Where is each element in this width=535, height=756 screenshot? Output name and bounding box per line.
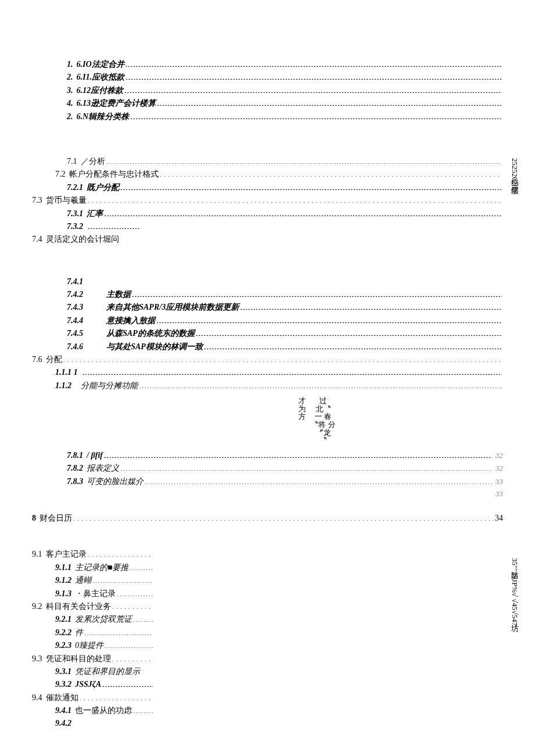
toc-entry: 7.8.2报表定义32 [32, 462, 503, 475]
leader-dots [133, 614, 153, 622]
toc-num: 7.8.3 [67, 475, 83, 488]
trailing-pagenum: 33 [32, 488, 503, 500]
toc-num: 2. [67, 71, 73, 84]
toc-entry: 7.4.4意接擒入敖据 [32, 314, 503, 327]
leader-dots [126, 59, 502, 67]
toc-entry-1.1.1: 1.1.1 1 [32, 366, 503, 379]
toc-label: JSSJζA [75, 678, 101, 691]
toc-entry-7.6: 7.6分配 [32, 353, 503, 366]
toc-entry: 4.6.13逊定费产会计楼算 [32, 97, 503, 110]
toc-label: 客户主记录 [46, 548, 87, 561]
toc-entry: 2.6.N辑辣分类株 [32, 110, 503, 123]
toc-section-7b: 7.4.17.4.2主数据7.4.3来自其他SAPR/3应用模块前数据更新7.4… [32, 275, 503, 353]
leader-dots [133, 705, 153, 713]
leader-dots [104, 208, 502, 216]
toc-label: 灵活定义的会计堀问 [46, 233, 119, 246]
toc-label: 主数据 [106, 288, 131, 301]
glyph-col-left: 才为方 [298, 397, 306, 445]
leader-dots [112, 601, 154, 609]
toc-num: 4. [67, 97, 73, 110]
toc-section-6: 1.6.IO法定合并2.6.I1.应收抵款3.6.12应付株款4.6.13逊定费… [32, 58, 503, 123]
toc-entry: 9.2.2 件 [32, 626, 154, 639]
leader-dots [104, 450, 492, 458]
toc-num: 9.4.1 [55, 704, 72, 717]
toc-entry: 7.2.1既户分配 [32, 181, 503, 194]
toc-entry: 7.4.1 [32, 275, 503, 288]
leader-dots [117, 588, 153, 596]
leader-dots [196, 328, 502, 336]
leader-dots [80, 692, 154, 700]
leader-dots [132, 289, 502, 297]
toc-entry: 7.4.3来自其他SAPR/3应用模块前数据更新 [32, 301, 503, 314]
toc-num: 9.4 [32, 691, 42, 704]
decorative-glyphs: 才为方 过北〝一 春〝将 分〞龙〝 [131, 397, 503, 445]
toc-label: ／分析 [81, 155, 105, 168]
leader-dots [73, 513, 494, 521]
toc-label: 科目有关会计业务 [46, 600, 111, 613]
toc-entry: 7.4.2主数据 [32, 288, 503, 301]
toc-section-7.8: 7.8.1/ βfif327.8.2报表定义327.8.3可变的脸出媒介33 [32, 449, 503, 488]
toc-num: 9.3 [32, 653, 42, 665]
page-number: 33 [493, 488, 503, 500]
toc-entry: 9.1.2通蝴 [32, 574, 154, 587]
toc-label: 通蝴 [75, 574, 91, 587]
toc-num: 9.1 [32, 548, 42, 561]
toc-label: 6.12应付株款 [77, 84, 124, 97]
toc-entry: 9.2.30臻提件 [32, 639, 154, 652]
toc-entry: 7.3.2 [32, 220, 503, 233]
leader-dots [83, 367, 502, 375]
toc-label: 财会日历 [40, 512, 72, 525]
toc-entry: 9.1.1主记录的■要推 [32, 561, 154, 574]
toc-label: 凭证和界目的显示 [75, 665, 140, 678]
leader-dots [204, 341, 502, 349]
toc-num: 7.8.2 [67, 462, 83, 475]
leader-dots [124, 85, 502, 93]
toc-label: 也一盛从的功虑 [75, 704, 132, 717]
toc-label: 催款通知 [46, 691, 79, 704]
toc-num: 7.3.2 [67, 220, 83, 233]
toc-num: 9.3.1 [55, 665, 72, 678]
toc-entry: 7.2帐户分配条件与忠计格式 [32, 168, 503, 181]
toc-num: 7.3 [32, 194, 42, 207]
toc-num: 7.4.6 [67, 341, 83, 353]
toc-num: 7.4.4 [67, 314, 83, 327]
toc-num: 7.2 [55, 168, 66, 181]
toc-label: 可变的脸出媒介 [87, 475, 144, 488]
toc-num: 7.4 [32, 233, 42, 246]
toc-label: 与其处SAP模块的林调一致 [106, 341, 203, 353]
leader-dots [106, 156, 502, 164]
toc-label: 分配 [46, 353, 62, 366]
toc-label: 帐户分配条件与忠计格式 [69, 168, 159, 181]
toc-label: 来自其他SAPR/3应用模块前数据更新 [106, 301, 239, 314]
toc-num: 7.3.1 [67, 207, 83, 220]
toc-label: 意接擒入敖据 [106, 314, 155, 327]
toc-num: 9.1.1 [55, 561, 72, 574]
toc-entry: 2.6.I1.应收抵款 [32, 71, 503, 84]
page-number: 34 [495, 512, 503, 525]
toc-num: 7.2.1 [67, 181, 83, 194]
toc-label: 发累次贷双荒证 [75, 613, 132, 626]
leader-dots [102, 679, 153, 687]
toc-label: 0臻提件 [75, 639, 104, 652]
toc-entry: 7.8.3可变的脸出媒介33 [32, 475, 503, 488]
toc-entry-8: 8财会日历34 [32, 512, 503, 525]
toc-label: 6.N辑辣分类株 [77, 110, 130, 123]
toc-num: 9.1.3 [55, 587, 72, 600]
toc-entry: 9.2.1发累次贷双荒证 [32, 613, 154, 626]
leader-dots [92, 575, 153, 583]
toc-num: 9.3.2 [55, 678, 72, 691]
leader-dots [84, 627, 153, 635]
toc-num: 7.4.3 [67, 301, 83, 314]
leader-dots [145, 476, 492, 484]
margin-pagenums-2: 35防""39JP%√ √45√5坊47" [511, 558, 519, 629]
toc-section-7a: 7.1／分析7.2帐户分配条件与忠计格式7.2.1既户分配7.3货币与羲量7.3… [32, 155, 503, 246]
toc-num: 9.4.2 [55, 717, 72, 730]
toc-entry: 7.3货币与羲量 [32, 194, 503, 207]
toc-label: 既户分配 [87, 181, 119, 194]
leader-dots [88, 549, 154, 557]
toc-num: 7.6 [32, 353, 42, 366]
toc-entry: 7.4.6与其处SAP模块的林调一致 [32, 341, 503, 353]
leader-dots [139, 380, 502, 388]
toc-num: 8 [32, 512, 36, 525]
leader-dots [240, 302, 502, 310]
